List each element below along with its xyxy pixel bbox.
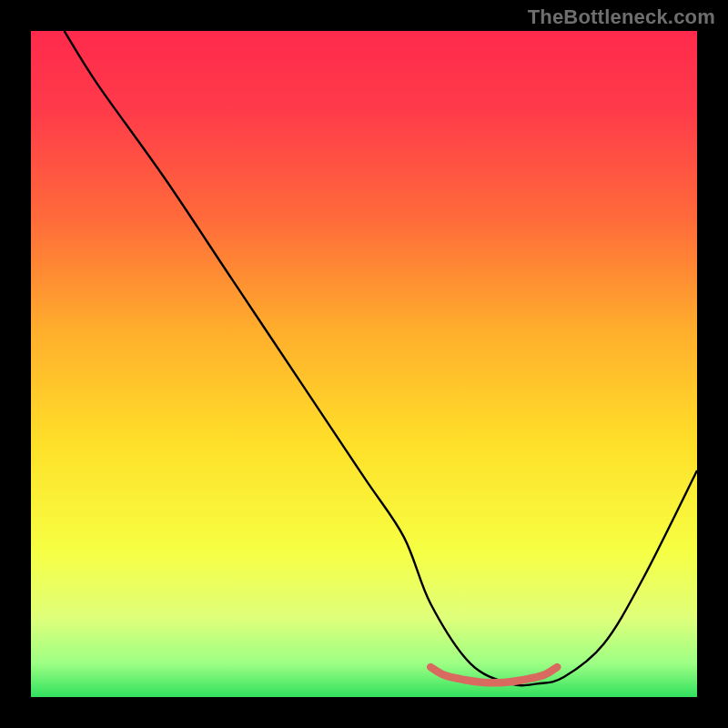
plot-area: [31, 31, 697, 697]
svg-rect-0: [31, 31, 697, 697]
background-gradient: [31, 31, 697, 697]
watermark-text: TheBottleneck.com: [528, 5, 715, 29]
chart-frame: TheBottleneck.com: [0, 0, 728, 728]
